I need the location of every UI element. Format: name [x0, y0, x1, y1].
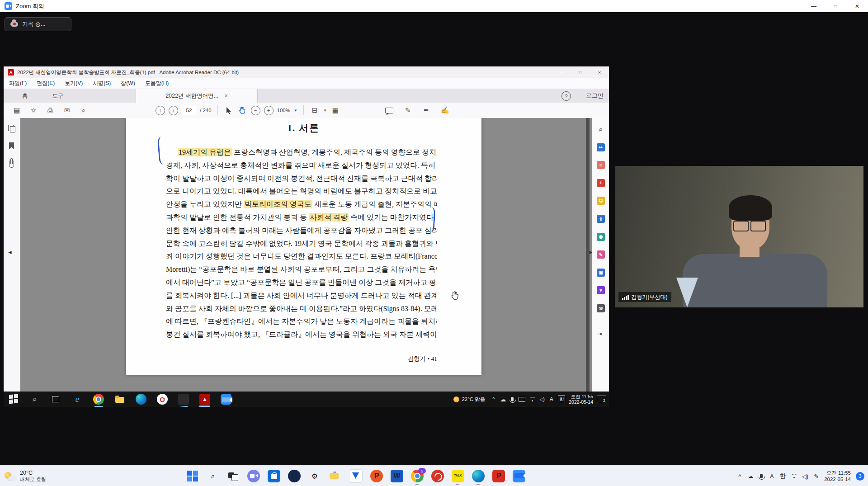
measure-tool-icon[interactable]: ⚒ — [597, 304, 605, 312]
microsoft-store-icon[interactable] — [268, 470, 280, 482]
organize-pages-icon[interactable]: ≡ — [597, 161, 605, 169]
find-icon[interactable]: ⌕ — [79, 105, 89, 115]
menu-item[interactable]: 도움말(H) — [145, 80, 169, 87]
help-icon[interactable]: ? — [561, 91, 571, 101]
vertical-scrollbar[interactable] — [586, 118, 590, 392]
powerpoint-icon[interactable]: P — [370, 470, 383, 482]
export-pdf-icon[interactable]: ↦ — [597, 143, 605, 151]
internet-explorer-icon[interactable]: e — [72, 394, 83, 405]
acrobat-minimize-button[interactable]: – — [552, 66, 571, 78]
hidden-icons-chevron[interactable]: ^ — [491, 396, 496, 402]
red-app-icon[interactable] — [431, 470, 444, 482]
select-tool-icon[interactable] — [224, 105, 234, 115]
chrome-icon[interactable]: 5 — [411, 470, 424, 482]
menu-item[interactable]: 서명(S) — [93, 80, 111, 87]
search-tool-icon[interactable]: ⌕ — [597, 125, 605, 133]
microphone-icon[interactable] — [511, 397, 514, 401]
comment-icon[interactable] — [384, 105, 394, 115]
chrome-icon[interactable] — [93, 394, 104, 405]
kakaotalk-icon[interactable]: TALK — [452, 470, 464, 482]
start-icon[interactable] — [8, 394, 19, 405]
protect-pdf-icon[interactable]: ▣ — [597, 269, 605, 277]
search-icon[interactable]: ⌕ — [29, 394, 40, 405]
zoom-out-icon[interactable]: − — [251, 106, 260, 115]
attachments-icon[interactable] — [9, 160, 14, 168]
notification-center-icon[interactable]: 2 — [597, 396, 606, 403]
start-icon[interactable] — [186, 470, 199, 482]
hand-tool-icon[interactable] — [237, 105, 247, 115]
settings-icon[interactable]: ⚙ — [308, 470, 321, 482]
zoom-minimize-button[interactable]: — — [803, 0, 825, 12]
weather-widget[interactable]: 22°C 맑음 — [453, 396, 485, 403]
volume-icon[interactable]: ◁) — [802, 473, 808, 480]
star-icon[interactable]: ☆ — [28, 105, 38, 115]
shared-clock[interactable]: 오전 11:55 2022-05-14 — [569, 394, 593, 405]
edge-icon[interactable] — [136, 394, 146, 405]
file-explorer-icon[interactable] — [329, 470, 341, 482]
search-icon[interactable]: ⌕ — [207, 470, 219, 482]
blue-circle-app-icon[interactable]: C — [288, 470, 301, 482]
stamp-tool-icon[interactable]: ◉ — [597, 233, 605, 241]
ime-korean-icon[interactable]: 한 — [558, 395, 565, 403]
login-button[interactable]: 로그인 — [586, 89, 604, 103]
recording-indicator[interactable]: 기록 중... — [5, 17, 71, 31]
acrobat-close-button[interactable]: × — [590, 66, 609, 78]
pen-icon[interactable]: ✎ — [813, 473, 819, 480]
menu-item[interactable]: 편집(E) — [37, 80, 55, 87]
print-icon[interactable]: ⎙ — [45, 105, 55, 115]
volume-icon[interactable]: ◁) — [539, 396, 545, 402]
sign-pen-icon[interactable]: ✒ — [421, 105, 431, 115]
share-file-icon[interactable]: ⇪ — [597, 215, 605, 223]
menu-item[interactable]: 보기(V) — [65, 80, 83, 87]
microphone-icon[interactable] — [760, 474, 763, 478]
ime-a-icon[interactable]: A — [548, 396, 554, 402]
comment-tool-icon[interactable]: 🗨 — [597, 197, 605, 205]
create-pdf-icon[interactable]: + — [597, 179, 605, 187]
task-view-icon[interactable] — [227, 470, 240, 482]
task-view-icon[interactable] — [51, 394, 61, 405]
fit-width-icon[interactable]: ⊟ — [310, 105, 320, 115]
edge-icon[interactable] — [472, 470, 485, 482]
fill-sign-icon[interactable]: ✎ — [597, 250, 605, 259]
save-icon[interactable]: ▤ — [12, 105, 22, 115]
ime-a-icon[interactable]: A — [769, 473, 775, 480]
scroll-left-arrow[interactable]: ◄ — [7, 249, 13, 255]
hidden-icons-chevron[interactable]: ^ — [737, 473, 743, 480]
v3-shield-icon[interactable] — [349, 469, 363, 483]
page-number-input[interactable]: 52 — [182, 106, 196, 115]
zoom-caret-icon[interactable]: ▼ — [294, 109, 297, 113]
zoom-in-icon[interactable]: + — [264, 106, 274, 115]
ime-korean-icon[interactable]: 한 — [780, 472, 786, 480]
display-settings-icon[interactable]: ▦ — [330, 105, 340, 115]
system-clock[interactable]: 오전 11:55 2022-05-14 — [824, 470, 851, 482]
next-page-button[interactable]: ↓ — [169, 106, 178, 115]
highlight-pencil-icon[interactable]: ✎ — [403, 105, 413, 115]
zoom-close-button[interactable]: ✕ — [846, 0, 868, 12]
fill-sign-icon[interactable]: ✍ — [440, 105, 450, 115]
tools-expand-icon[interactable]: ⇥ — [597, 330, 602, 337]
onedrive-icon[interactable]: ☁ — [500, 396, 506, 403]
tab-home[interactable]: 홈 — [14, 89, 35, 103]
fit-caret-icon[interactable]: ▼ — [323, 109, 327, 113]
email-icon[interactable]: ✉ — [62, 105, 72, 115]
compress-pdf-icon[interactable]: ▼ — [597, 286, 605, 294]
page-thumbnails-icon[interactable] — [8, 124, 16, 132]
notification-badge[interactable]: 3 — [856, 472, 864, 481]
opera-icon[interactable]: O — [157, 394, 168, 405]
tab-close-icon[interactable]: × — [225, 93, 228, 99]
wifi-icon[interactable] — [791, 474, 797, 478]
menu-item[interactable]: 파일(F) — [9, 80, 27, 87]
bookmarks-icon[interactable] — [8, 142, 16, 151]
menu-item[interactable]: 창(W) — [121, 80, 135, 87]
capture-app-icon[interactable] — [178, 394, 189, 405]
acrobat-icon[interactable]: ▲ — [199, 394, 210, 405]
acrobat-maximize-button[interactable]: □ — [571, 66, 590, 78]
tab-tools[interactable]: 도구 — [45, 89, 71, 103]
network-icon[interactable] — [529, 397, 535, 401]
touch-keyboard-icon[interactable] — [519, 397, 525, 402]
onedrive-icon[interactable]: ☁ — [748, 473, 754, 480]
zoom-maximize-button[interactable]: □ — [825, 0, 846, 12]
file-explorer-icon[interactable] — [114, 394, 125, 405]
zoom-icon[interactable] — [221, 394, 231, 405]
zoom-level-select[interactable]: 100% — [277, 108, 290, 113]
